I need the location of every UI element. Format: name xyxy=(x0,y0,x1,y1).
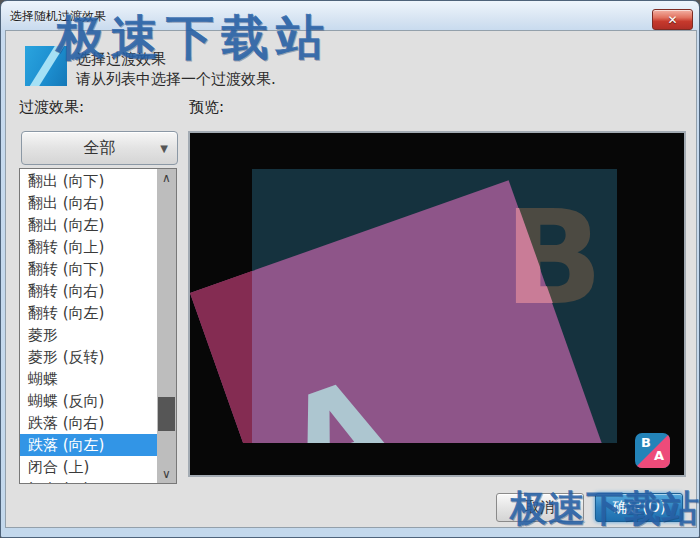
badge-letter-a: A xyxy=(654,448,664,463)
list-item[interactable]: 翻转 (向下) xyxy=(20,258,157,280)
effects-label: 过渡效果: xyxy=(19,98,84,117)
list-item[interactable]: 翻转 (向左) xyxy=(20,302,157,324)
transition-ba-icon: B A xyxy=(635,433,670,468)
header-subtitle: 请从列表中选择一个过渡效果. xyxy=(76,70,276,89)
dialog-client-area: 选择过渡效果 请从列表中选择一个过渡效果. 过渡效果: 预览: 全部 ▼ 翻出 … xyxy=(5,30,697,528)
list-item[interactable]: 翻转 (向右) xyxy=(20,280,157,302)
dialog-window: 选择随机过渡效果 ✕ 选择过渡效果 请从列表中选择一个过渡效果. 过渡效果: 预… xyxy=(0,0,700,538)
list-item[interactable]: 翻出 (向右) xyxy=(20,192,157,214)
header-title: 选择过渡效果 xyxy=(76,50,166,69)
icon-diagonal-stripe xyxy=(27,46,67,86)
list-item-selected[interactable]: 跌落 (向左) xyxy=(20,434,157,456)
scroll-up-icon[interactable]: ∧ xyxy=(157,170,176,186)
title-bar: 选择随机过渡效果 ✕ xyxy=(1,1,699,30)
chevron-down-icon: ▼ xyxy=(160,143,168,154)
transition-list-rows: 翻出 (向下) 翻出 (向右) 翻出 (向左) 翻转 (向上) 翻转 (向下) … xyxy=(20,170,157,484)
window-title: 选择随机过渡效果 xyxy=(10,8,106,25)
scrollbar-thumb[interactable] xyxy=(158,397,175,431)
preview-area: B A B B A xyxy=(188,131,686,477)
filter-dropdown-value: 全部 xyxy=(84,138,116,159)
list-item[interactable]: 闭合 (上) xyxy=(20,456,157,478)
list-item[interactable]: 蝴蝶 (反向) xyxy=(20,390,157,412)
transition-effect-icon xyxy=(25,46,67,86)
scroll-down-icon[interactable]: ∨ xyxy=(157,466,176,482)
list-item[interactable]: 蝴蝶 xyxy=(20,368,157,390)
list-item[interactable]: 翻转 (向上) xyxy=(20,236,157,258)
badge-letter-b: B xyxy=(641,435,651,450)
list-item[interactable]: 跌落 (向右) xyxy=(20,412,157,434)
filter-dropdown[interactable]: 全部 ▼ xyxy=(21,131,178,165)
list-item[interactable]: 菱形 (反转) xyxy=(20,346,157,368)
transition-list: 翻出 (向下) 翻出 (向右) 翻出 (向左) 翻转 (向上) 翻转 (向下) … xyxy=(19,168,177,484)
ok-button[interactable]: 确定(O) xyxy=(595,493,683,522)
close-button[interactable]: ✕ xyxy=(652,9,693,30)
preview-stage: B A B xyxy=(190,133,684,443)
list-item[interactable]: 菱形 xyxy=(20,324,157,346)
list-item[interactable]: 翻出 (向左) xyxy=(20,214,157,236)
list-item[interactable]: 闭合 (下) xyxy=(20,478,157,484)
cancel-button[interactable]: 取消 xyxy=(496,493,584,522)
preview-label: 预览: xyxy=(189,98,224,117)
close-icon: ✕ xyxy=(667,14,677,26)
list-scrollbar[interactable]: ∧ ∨ xyxy=(157,169,176,483)
list-item[interactable]: 翻出 (向下) xyxy=(20,170,157,192)
